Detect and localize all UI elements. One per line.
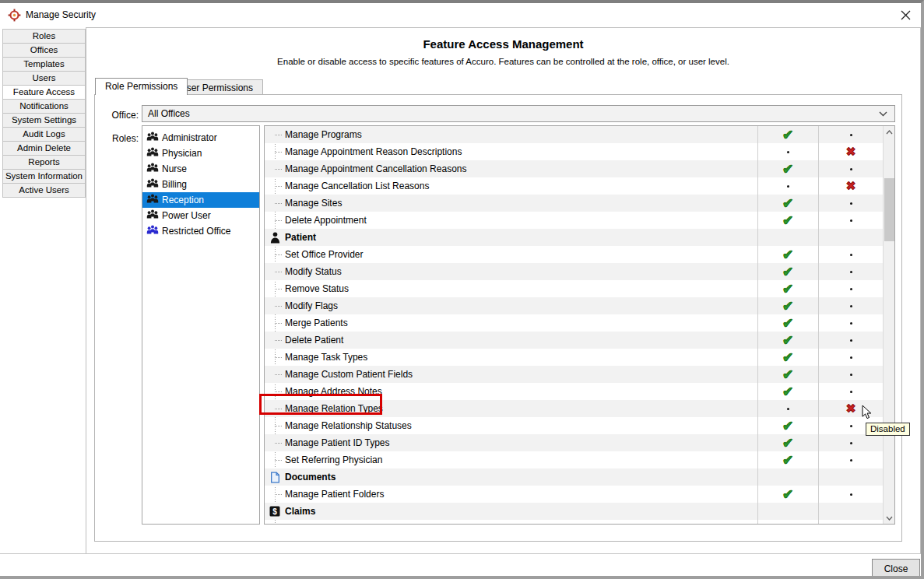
feature-row[interactable]: Manage Cancellation List Reasons✖ [265, 177, 883, 195]
enabled-mark[interactable]: ✔ [757, 417, 818, 434]
disabled-mark[interactable]: ✖ [818, 177, 884, 195]
feature-row[interactable]: Manage Patient ID Types✔ [265, 434, 883, 451]
enabled-mark[interactable]: ✔ [757, 383, 818, 400]
vertical-scrollbar[interactable] [883, 126, 894, 524]
feature-label: Manage Relationship Statuses [285, 420, 412, 431]
disabled-mark[interactable]: ✖ [818, 400, 884, 417]
sidebar-item-offices[interactable]: Offices [2, 43, 86, 58]
dot-mark[interactable] [818, 520, 884, 525]
feature-row[interactable]: Manage Programs✔ [265, 126, 883, 143]
dot-mark[interactable] [757, 177, 818, 195]
enabled-mark[interactable]: ✔ [757, 280, 818, 297]
section-header-row[interactable]: $Claims [265, 503, 883, 520]
role-item-reception[interactable]: Reception [142, 192, 259, 208]
enabled-mark[interactable]: ✔ [757, 366, 818, 383]
dot-mark[interactable] [818, 349, 884, 366]
enabled-mark[interactable]: ✔ [757, 195, 818, 212]
section-header-row[interactable]: Documents [265, 468, 883, 486]
close-icon[interactable] [900, 9, 912, 21]
role-item-power-user[interactable]: Power User [142, 208, 259, 223]
sidebar-item-system-information[interactable]: System Information [2, 169, 86, 184]
feature-row[interactable]: Manage Insurers✔ [265, 520, 883, 525]
dot-mark[interactable] [818, 332, 884, 349]
role-item-label: Reception [162, 195, 204, 205]
sidebar-item-audit-logs[interactable]: Audit Logs [2, 127, 86, 142]
dot-mark[interactable] [818, 366, 884, 383]
page-title: Feature Access Management [86, 37, 920, 51]
enabled-mark[interactable]: ✔ [757, 160, 818, 177]
disabled-mark[interactable]: ✖ [818, 143, 884, 160]
enabled-mark[interactable]: ✔ [757, 212, 818, 229]
dot-mark[interactable] [818, 126, 884, 143]
feature-row[interactable]: Set Referring Physician✔ [265, 451, 883, 468]
section-header-row[interactable]: Patient [265, 229, 883, 246]
tree-stub [275, 306, 282, 307]
feature-row[interactable]: Remove Status✔ [265, 280, 883, 297]
dot-mark[interactable] [818, 297, 884, 314]
scrollbar-thumb[interactable] [884, 178, 894, 241]
dot-mark[interactable] [757, 143, 818, 160]
dot-mark[interactable] [818, 434, 884, 451]
sidebar-item-users[interactable]: Users [2, 71, 86, 86]
tab-role-permissions[interactable]: Role Permissions [95, 78, 188, 95]
enabled-mark[interactable]: ✔ [757, 451, 818, 468]
feature-table: Manage Programs✔Manage Appointment Reaso… [264, 125, 895, 525]
role-item-restricted-office[interactable]: Restricted Office [142, 223, 259, 239]
enabled-mark[interactable]: ✔ [757, 486, 818, 503]
sidebar-item-templates[interactable]: Templates [2, 57, 86, 72]
dot-mark[interactable] [818, 195, 884, 212]
dot-mark[interactable] [818, 314, 884, 332]
enabled-mark[interactable]: ✔ [757, 434, 818, 451]
feature-label: Manage Appointment Reason Descriptions [285, 146, 462, 157]
enabled-mark[interactable]: ✔ [757, 332, 818, 349]
feature-row[interactable]: Delete Appointment✔ [265, 212, 883, 229]
dot-mark[interactable] [818, 451, 884, 468]
sidebar-item-admin-delete[interactable]: Admin Delete [2, 141, 86, 156]
mouse-cursor [862, 405, 873, 420]
enabled-mark[interactable]: ✔ [757, 297, 818, 314]
feature-row[interactable]: Manage Sites✔ [265, 195, 883, 212]
scroll-down-icon[interactable] [884, 512, 895, 524]
feature-row[interactable]: Manage Custom Patient Fields✔ [265, 366, 883, 383]
feature-row[interactable]: Set Office Provider✔ [265, 246, 883, 263]
sidebar-item-roles[interactable]: Roles [2, 29, 86, 44]
role-item-nurse[interactable]: Nurse [142, 161, 259, 177]
office-dropdown[interactable]: All Offices [142, 105, 895, 122]
sidebar-item-active-users[interactable]: Active Users [2, 183, 86, 198]
close-button[interactable]: Close [872, 559, 920, 578]
role-item-billing[interactable]: Billing [142, 177, 259, 192]
dot-mark[interactable] [818, 263, 884, 280]
feature-row[interactable]: Modify Status✔ [265, 263, 883, 280]
dot-mark[interactable] [818, 212, 884, 229]
feature-row[interactable]: Merge Patients✔ [265, 314, 883, 332]
enabled-mark[interactable]: ✔ [757, 246, 818, 263]
enabled-mark[interactable]: ✔ [757, 314, 818, 332]
feature-row[interactable]: Manage Relationship Statuses✔ [265, 417, 883, 434]
feature-label: Delete Appointment [285, 215, 367, 226]
dot-mark[interactable] [757, 400, 818, 417]
feature-row[interactable]: Manage Appointment Cancellation Reasons✔ [265, 160, 883, 177]
dot-mark[interactable] [818, 246, 884, 263]
feature-row[interactable]: Delete Patient✔ [265, 332, 883, 349]
feature-row[interactable]: Manage Patient Folders✔ [265, 486, 883, 503]
sidebar-item-feature-access[interactable]: Feature Access [2, 85, 86, 100]
feature-row[interactable]: Manage Appointment Reason Descriptions✖ [265, 143, 883, 160]
scroll-up-icon[interactable] [884, 126, 895, 138]
dot-mark[interactable] [818, 160, 884, 177]
sidebar-item-system-settings[interactable]: System Settings [2, 113, 86, 128]
enabled-mark[interactable]: ✔ [757, 520, 818, 525]
tree-stub [275, 340, 282, 341]
feature-row[interactable]: Modify Flags✔ [265, 297, 883, 314]
sidebar-item-reports[interactable]: Reports [2, 155, 86, 170]
tree-stub [275, 186, 282, 187]
enabled-mark[interactable]: ✔ [757, 349, 818, 366]
role-item-administrator[interactable]: Administrator [142, 130, 259, 146]
dot-mark[interactable] [818, 383, 884, 400]
sidebar-item-notifications[interactable]: Notifications [2, 99, 86, 114]
dot-mark[interactable] [818, 486, 884, 503]
role-item-physician[interactable]: Physician [142, 146, 259, 161]
enabled-mark[interactable]: ✔ [757, 126, 818, 143]
enabled-mark[interactable]: ✔ [757, 263, 818, 280]
feature-row[interactable]: Manage Task Types✔ [265, 349, 883, 366]
dot-mark[interactable] [818, 280, 884, 297]
